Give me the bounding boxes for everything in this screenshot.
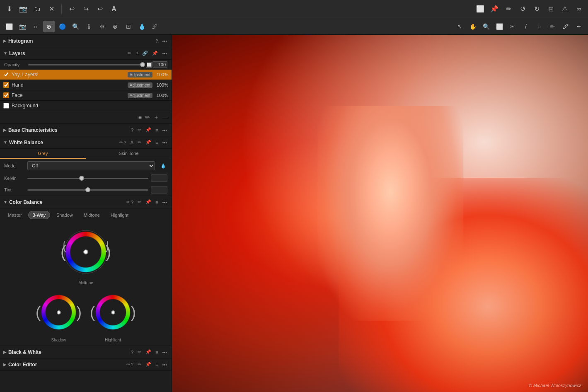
- camera-icon[interactable]: 📷: [17, 3, 29, 15]
- cb-tab-master[interactable]: Master: [3, 211, 27, 219]
- wb-menu[interactable]: •••: [161, 140, 168, 145]
- base-char-edit[interactable]: ✏: [136, 127, 143, 133]
- opacity-slider-container[interactable]: [28, 62, 143, 68]
- midtone-wheel[interactable]: ( ): [59, 225, 113, 279]
- cb-menu[interactable]: •••: [161, 199, 168, 205]
- cb-tab-highlight[interactable]: Highlight: [106, 211, 133, 219]
- wb-mode-select[interactable]: Off Auto Daylight Cloudy Shade: [27, 161, 155, 170]
- black-white-header[interactable]: ▶ Black & White ? ✏ 📌 ≡ •••: [0, 346, 172, 358]
- histogram-help[interactable]: ?: [154, 38, 159, 44]
- warning-icon[interactable]: ⚠: [559, 3, 571, 15]
- pen-icon[interactable]: ✏: [547, 21, 558, 32]
- crop-icon[interactable]: ⊡: [123, 21, 134, 32]
- wb-pin[interactable]: 📌: [144, 139, 152, 145]
- ce-help[interactable]: ?: [130, 362, 135, 368]
- layer-item-face[interactable]: Face Adjustment 100%: [0, 90, 172, 101]
- zoom-icon[interactable]: 🔍: [480, 21, 492, 32]
- opacity-handle[interactable]: [140, 62, 145, 67]
- circle-icon[interactable]: ○: [30, 21, 41, 32]
- bw-help[interactable]: ?: [130, 349, 135, 355]
- rotate-right-icon[interactable]: ↻: [531, 3, 542, 15]
- line-icon[interactable]: /: [520, 21, 532, 32]
- canvas-image[interactable]: [172, 35, 588, 392]
- wb-edit2[interactable]: ✏: [136, 139, 143, 145]
- text-icon[interactable]: A: [108, 3, 120, 15]
- highlight-wheel[interactable]: ( ): [89, 288, 137, 336]
- ce-menu[interactable]: •••: [161, 362, 168, 368]
- rotate-left-icon[interactable]: ↺: [517, 3, 528, 15]
- cb-tab-midtone[interactable]: Midtone: [79, 211, 104, 219]
- wb-picker-icon[interactable]: 💧: [159, 163, 167, 169]
- wb-tint-slider[interactable]: [27, 187, 148, 193]
- cb-list[interactable]: ≡: [154, 199, 159, 205]
- layer-checkbox-hand[interactable]: [3, 82, 9, 88]
- cb-tab-shadow[interactable]: Shadow: [52, 211, 77, 219]
- bw-edit[interactable]: ✏: [136, 349, 143, 355]
- wb-list[interactable]: ≡: [154, 140, 159, 145]
- window-icon[interactable]: ⬜: [474, 3, 486, 15]
- pencil-icon[interactable]: ✏: [503, 3, 514, 15]
- layer-item-background[interactable]: Background: [0, 101, 172, 111]
- wb-tint-handle[interactable]: [85, 187, 90, 192]
- white-balance-header[interactable]: ▼ White Balance ✏ ? A ✏ 📌 ≡ •••: [0, 136, 172, 149]
- layers-edit-icon[interactable]: ✏: [126, 50, 133, 56]
- layers-organize-btn[interactable]: ≡: [138, 114, 142, 121]
- cb-edit2[interactable]: ✏: [136, 199, 143, 205]
- home-icon[interactable]: ⬜: [3, 21, 15, 32]
- redo-icon[interactable]: ↩: [94, 3, 106, 15]
- brush-icon[interactable]: 🖊: [149, 21, 161, 32]
- layer-checkbox-yay[interactable]: [3, 72, 9, 77]
- layers-header[interactable]: ▼ Layers ✏ ? 🔗 📌 •••: [0, 47, 172, 60]
- infinity-icon[interactable]: ∞: [573, 3, 585, 15]
- wb-kelvin-handle[interactable]: [79, 176, 84, 181]
- opacity-input[interactable]: 100: [152, 61, 167, 68]
- info-icon[interactable]: ℹ: [83, 21, 94, 32]
- base-char-menu[interactable]: •••: [161, 127, 168, 133]
- wb-kelvin-slider[interactable]: [27, 175, 148, 181]
- layers-link-icon[interactable]: 🔗: [141, 50, 149, 56]
- clone-icon[interactable]: ✒: [573, 21, 585, 32]
- cursor-icon[interactable]: ↖: [454, 21, 465, 32]
- cb-pin[interactable]: 📌: [144, 199, 152, 205]
- magnify-icon[interactable]: 🔍: [70, 21, 81, 32]
- ellipse-icon[interactable]: ○: [533, 21, 545, 32]
- undo-icon[interactable]: ↪: [80, 3, 92, 15]
- wb-text[interactable]: A: [129, 140, 135, 145]
- layers-add-btn[interactable]: ＋: [153, 114, 159, 121]
- close-icon[interactable]: ✕: [46, 3, 57, 15]
- wb-tint-input[interactable]: -6: [151, 186, 167, 194]
- folder-icon[interactable]: 🗂: [31, 3, 43, 15]
- bw-menu[interactable]: •••: [161, 349, 168, 355]
- rect-select-icon[interactable]: ⬜: [494, 21, 505, 32]
- layers-help[interactable]: ?: [134, 51, 139, 56]
- node-icon[interactable]: ⊗: [109, 21, 121, 32]
- cb-tab-3way[interactable]: 3-Way: [28, 211, 50, 219]
- layers-menu[interactable]: •••: [161, 51, 168, 56]
- layers-brush-btn[interactable]: ✏: [145, 114, 150, 121]
- histogram-section-header[interactable]: ▶ Histogram ? •••: [0, 35, 172, 47]
- pin-icon[interactable]: 📌: [489, 3, 500, 15]
- ce-list[interactable]: ≡: [154, 362, 159, 368]
- base-characteristics-header[interactable]: ▶ Base Characteristics ? ✏ 📌 ≡ •••: [0, 124, 172, 136]
- wb-kelvin-input[interactable]: 4449: [151, 174, 167, 182]
- eyedrop-icon[interactable]: 💧: [136, 21, 148, 32]
- ce-edit2[interactable]: ✏: [136, 361, 143, 368]
- cb-edit-icon[interactable]: ✏: [126, 200, 130, 204]
- layers-icon[interactable]: ⊕: [43, 21, 55, 32]
- grid-icon[interactable]: ⊞: [545, 3, 557, 15]
- undo-back-icon[interactable]: ↩: [66, 3, 77, 15]
- wb-help[interactable]: ?: [123, 140, 128, 145]
- lasso-icon[interactable]: 🔵: [56, 21, 68, 32]
- paint-icon[interactable]: 🖊: [560, 21, 571, 32]
- color-editor-header[interactable]: ▶ Color Editor ✏ ? ✏ 📌 ≡ •••: [0, 358, 172, 371]
- bw-pin[interactable]: 📌: [144, 349, 152, 355]
- layer-checkbox-background[interactable]: [3, 103, 9, 109]
- wb-tab-grey[interactable]: Grey: [0, 149, 86, 159]
- download-icon[interactable]: ⬇: [3, 3, 15, 15]
- base-char-pin[interactable]: 📌: [144, 127, 152, 133]
- bw-list[interactable]: ≡: [154, 349, 159, 355]
- layer-item-hand[interactable]: Hand Adjustment 100%: [0, 80, 172, 90]
- wb-edit-icon[interactable]: ✏: [119, 140, 123, 145]
- layers-pin-icon[interactable]: 📌: [151, 50, 159, 56]
- base-char-list[interactable]: ≡: [154, 127, 159, 133]
